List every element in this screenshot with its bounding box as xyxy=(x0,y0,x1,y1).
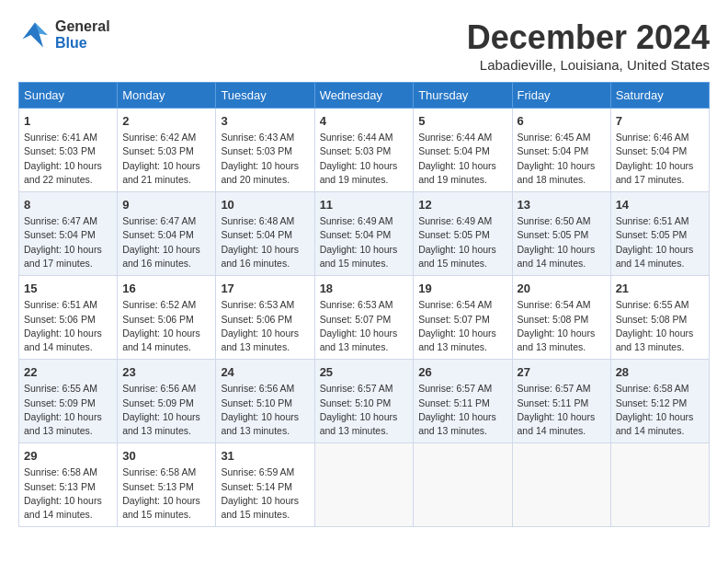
table-cell-dec8: 8 Sunrise: 6:47 AMSunset: 5:04 PMDayligh… xyxy=(19,192,118,276)
month-title: December 2024 xyxy=(467,18,710,57)
day-info: Sunrise: 6:53 AMSunset: 5:07 PMDaylight:… xyxy=(320,298,409,354)
table-cell-dec4: 4 Sunrise: 6:44 AMSunset: 5:03 PMDayligh… xyxy=(314,109,414,192)
table-cell-dec18: 18 Sunrise: 6:53 AMSunset: 5:07 PMDaylig… xyxy=(314,276,414,360)
table-cell-dec26: 26 Sunrise: 6:57 AMSunset: 5:11 PMDaylig… xyxy=(414,360,512,443)
day-number: 15 xyxy=(24,281,112,297)
day-info: Sunrise: 6:54 AMSunset: 5:08 PMDaylight:… xyxy=(518,298,606,354)
col-saturday: Saturday xyxy=(610,83,709,109)
day-number: 16 xyxy=(122,281,210,297)
table-cell-dec5: 5 Sunrise: 6:44 AMSunset: 5:04 PMDayligh… xyxy=(414,109,512,192)
day-info: Sunrise: 6:57 AMSunset: 5:11 PMDaylight:… xyxy=(418,382,506,438)
day-number: 13 xyxy=(518,197,606,213)
calendar-row: 29 Sunrise: 6:58 AMSunset: 5:13 PMDaylig… xyxy=(19,443,710,527)
calendar-header-row: Sunday Monday Tuesday Wednesday Thursday… xyxy=(19,83,710,109)
day-number: 31 xyxy=(221,448,309,465)
table-cell-empty xyxy=(414,443,512,527)
page-header: General Blue December 2024 Labadieville,… xyxy=(18,18,710,73)
title-area: December 2024 Labadieville, Louisiana, U… xyxy=(467,18,710,73)
day-number: 5 xyxy=(418,113,506,130)
col-thursday: Thursday xyxy=(414,83,512,109)
day-number: 23 xyxy=(122,364,210,381)
location-title: Labadieville, Louisiana, United States xyxy=(467,57,710,73)
day-number: 21 xyxy=(616,281,704,297)
table-cell-dec2: 2 Sunrise: 6:42 AMSunset: 5:03 PMDayligh… xyxy=(118,109,216,192)
day-info: Sunrise: 6:42 AMSunset: 5:03 PMDaylight:… xyxy=(122,131,210,187)
day-number: 7 xyxy=(616,113,704,130)
day-info: Sunrise: 6:55 AMSunset: 5:09 PMDaylight:… xyxy=(24,382,112,438)
day-info: Sunrise: 6:53 AMSunset: 5:06 PMDaylight:… xyxy=(221,298,309,354)
table-cell-empty xyxy=(512,443,610,527)
day-number: 18 xyxy=(320,281,409,297)
table-cell-dec9: 9 Sunrise: 6:47 AMSunset: 5:04 PMDayligh… xyxy=(118,192,216,276)
day-info: Sunrise: 6:59 AMSunset: 5:14 PMDaylight:… xyxy=(221,465,309,522)
day-info: Sunrise: 6:47 AMSunset: 5:04 PMDaylight:… xyxy=(24,214,112,270)
logo-icon xyxy=(18,18,51,52)
day-info: Sunrise: 6:58 AMSunset: 5:13 PMDaylight:… xyxy=(24,465,112,522)
day-info: Sunrise: 6:57 AMSunset: 5:11 PMDaylight:… xyxy=(518,382,606,438)
day-info: Sunrise: 6:48 AMSunset: 5:04 PMDaylight:… xyxy=(221,214,309,270)
day-info: Sunrise: 6:50 AMSunset: 5:05 PMDaylight:… xyxy=(518,214,606,270)
svg-marker-0 xyxy=(23,23,48,48)
day-info: Sunrise: 6:51 AMSunset: 5:05 PMDaylight:… xyxy=(616,214,704,270)
day-number: 17 xyxy=(221,281,309,297)
day-info: Sunrise: 6:47 AMSunset: 5:04 PMDaylight:… xyxy=(122,214,210,270)
col-sunday: Sunday xyxy=(19,83,118,109)
day-number: 9 xyxy=(122,197,210,213)
logo-general: General xyxy=(55,18,110,35)
table-cell-dec6: 6 Sunrise: 6:45 AMSunset: 5:04 PMDayligh… xyxy=(512,109,610,192)
table-cell-dec25: 25 Sunrise: 6:57 AMSunset: 5:10 PMDaylig… xyxy=(314,360,414,443)
day-number: 22 xyxy=(24,364,112,381)
table-cell-dec31: 31 Sunrise: 6:59 AMSunset: 5:14 PMDaylig… xyxy=(216,443,314,527)
table-cell-dec28: 28 Sunrise: 6:58 AMSunset: 5:12 PMDaylig… xyxy=(610,360,709,443)
day-info: Sunrise: 6:52 AMSunset: 5:06 PMDaylight:… xyxy=(122,298,210,354)
table-cell-dec14: 14 Sunrise: 6:51 AMSunset: 5:05 PMDaylig… xyxy=(610,192,709,276)
table-cell-dec3: 3 Sunrise: 6:43 AMSunset: 5:03 PMDayligh… xyxy=(216,109,314,192)
day-number: 6 xyxy=(518,113,606,130)
day-info: Sunrise: 6:41 AMSunset: 5:03 PMDaylight:… xyxy=(24,131,112,187)
calendar-row: 1 Sunrise: 6:41 AMSunset: 5:03 PMDayligh… xyxy=(19,109,710,192)
day-info: Sunrise: 6:46 AMSunset: 5:04 PMDaylight:… xyxy=(616,131,704,187)
day-number: 24 xyxy=(221,364,309,381)
logo-blue: Blue xyxy=(55,35,110,52)
col-monday: Monday xyxy=(118,83,216,109)
calendar-row: 22 Sunrise: 6:55 AMSunset: 5:09 PMDaylig… xyxy=(19,360,710,443)
day-number: 1 xyxy=(24,113,112,130)
day-info: Sunrise: 6:58 AMSunset: 5:12 PMDaylight:… xyxy=(616,382,704,438)
table-cell-dec11: 11 Sunrise: 6:49 AMSunset: 5:04 PMDaylig… xyxy=(314,192,414,276)
col-wednesday: Wednesday xyxy=(314,83,414,109)
day-number: 14 xyxy=(616,197,704,213)
logo-text: General Blue xyxy=(55,18,110,51)
day-number: 4 xyxy=(320,113,409,130)
table-cell-dec15: 15 Sunrise: 6:51 AMSunset: 5:06 PMDaylig… xyxy=(19,276,118,360)
table-cell-dec17: 17 Sunrise: 6:53 AMSunset: 5:06 PMDaylig… xyxy=(216,276,314,360)
table-cell-dec30: 30 Sunrise: 6:58 AMSunset: 5:13 PMDaylig… xyxy=(118,443,216,527)
table-cell-dec20: 20 Sunrise: 6:54 AMSunset: 5:08 PMDaylig… xyxy=(512,276,610,360)
table-cell-empty xyxy=(314,443,414,527)
day-info: Sunrise: 6:58 AMSunset: 5:13 PMDaylight:… xyxy=(122,465,210,522)
day-number: 12 xyxy=(418,197,506,213)
calendar-row: 15 Sunrise: 6:51 AMSunset: 5:06 PMDaylig… xyxy=(19,276,710,360)
calendar-table: Sunday Monday Tuesday Wednesday Thursday… xyxy=(18,82,710,527)
table-cell-dec22: 22 Sunrise: 6:55 AMSunset: 5:09 PMDaylig… xyxy=(19,360,118,443)
table-cell-dec12: 12 Sunrise: 6:49 AMSunset: 5:05 PMDaylig… xyxy=(414,192,512,276)
day-number: 2 xyxy=(122,113,210,130)
col-tuesday: Tuesday xyxy=(216,83,314,109)
day-number: 28 xyxy=(616,364,704,381)
table-cell-dec10: 10 Sunrise: 6:48 AMSunset: 5:04 PMDaylig… xyxy=(216,192,314,276)
day-number: 26 xyxy=(418,364,506,381)
day-info: Sunrise: 6:57 AMSunset: 5:10 PMDaylight:… xyxy=(320,382,409,438)
day-info: Sunrise: 6:43 AMSunset: 5:03 PMDaylight:… xyxy=(221,131,309,187)
day-info: Sunrise: 6:51 AMSunset: 5:06 PMDaylight:… xyxy=(24,298,112,354)
day-number: 8 xyxy=(24,197,112,213)
day-info: Sunrise: 6:44 AMSunset: 5:04 PMDaylight:… xyxy=(418,131,506,187)
day-number: 10 xyxy=(221,197,309,213)
day-number: 25 xyxy=(320,364,409,381)
day-info: Sunrise: 6:56 AMSunset: 5:09 PMDaylight:… xyxy=(122,382,210,438)
day-number: 30 xyxy=(122,448,210,465)
table-cell-empty xyxy=(610,443,709,527)
day-number: 11 xyxy=(320,197,409,213)
day-info: Sunrise: 6:56 AMSunset: 5:10 PMDaylight:… xyxy=(221,382,309,438)
table-cell-dec27: 27 Sunrise: 6:57 AMSunset: 5:11 PMDaylig… xyxy=(512,360,610,443)
logo: General Blue xyxy=(18,18,110,52)
day-info: Sunrise: 6:49 AMSunset: 5:05 PMDaylight:… xyxy=(418,214,506,270)
